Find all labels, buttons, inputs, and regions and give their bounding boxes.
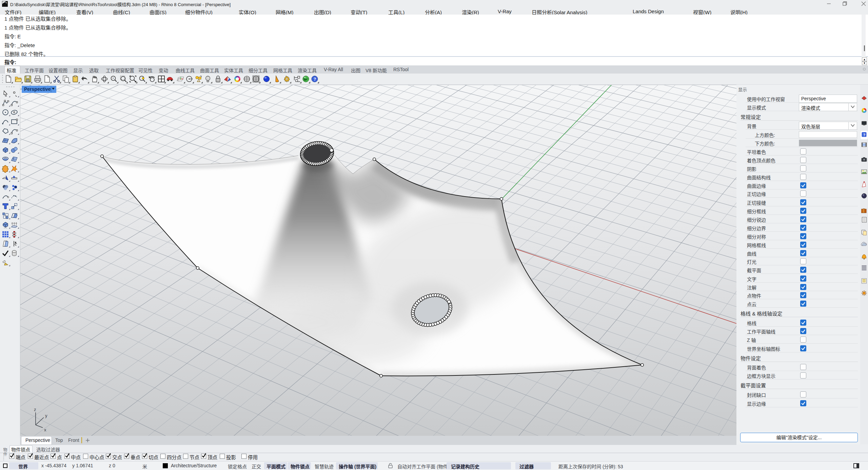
svg-text:y: y — [45, 413, 47, 418]
svg-text:?: ? — [863, 133, 866, 137]
svg-text:x: x — [44, 427, 46, 432]
svg-text:?: ? — [314, 77, 316, 82]
svg-text:z: z — [34, 407, 36, 412]
svg-text:+: + — [112, 77, 114, 80]
